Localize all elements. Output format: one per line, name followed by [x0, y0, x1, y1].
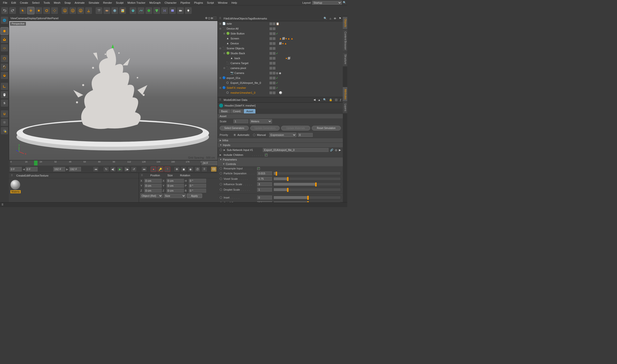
tree-row[interactable]: 📷Camera◎◉ — [218, 71, 343, 75]
timeline-playhead[interactable] — [34, 161, 38, 165]
prev-frame-button[interactable]: ◀│ — [110, 166, 116, 172]
menu-user-data[interactable]: User Data — [235, 98, 248, 101]
tree-row[interactable]: ⊞📄note📋 — [218, 21, 343, 26]
preview-start-field[interactable] — [26, 167, 38, 171]
material-preview-icon[interactable] — [10, 180, 20, 190]
apply-button[interactable]: Apply — [187, 194, 202, 198]
menu-options[interactable]: Options — [36, 17, 45, 20]
tree-row[interactable]: ⊟🔵export_01a✓ — [218, 75, 343, 80]
param-slider[interactable] — [273, 196, 341, 199]
tree-row[interactable]: ⬡mesher1/mesher1_0 — [218, 90, 343, 95]
model-mode-button[interactable] — [0, 27, 8, 35]
viewport-max-icon[interactable]: ⛶ — [213, 17, 216, 20]
param-slider[interactable] — [273, 182, 341, 186]
select-generators-button[interactable]: Select Generators — [220, 126, 249, 130]
param-value-field[interactable] — [257, 171, 272, 175]
param-slider[interactable] — [273, 177, 341, 181]
point-mode-button[interactable] — [0, 55, 8, 63]
menu-help[interactable]: Help — [230, 1, 239, 4]
poly-mode-button[interactable] — [0, 72, 8, 79]
select-tool[interactable] — [19, 7, 27, 14]
menu-character[interactable]: Character — [163, 1, 178, 4]
subnet-input-field[interactable] — [263, 148, 328, 152]
timeline[interactable]: 01624324864809611212814416017619... — [9, 160, 218, 166]
picker-icon[interactable]: ◎ — [335, 148, 337, 152]
light-button[interactable] — [185, 7, 192, 14]
menu-mode[interactable]: Mode — [224, 98, 231, 101]
parameters-section-header[interactable]: ▼Parameters — [218, 157, 343, 162]
menu-snap[interactable]: Snap — [62, 1, 73, 4]
search-icon[interactable]: 🔍 — [324, 17, 327, 20]
tab-basic[interactable]: Basic — [219, 109, 230, 113]
keymode-param-button[interactable]: Ⓟ — [194, 166, 200, 172]
up-icon[interactable]: ▲ — [318, 98, 321, 101]
goto-end-button[interactable]: ⏭ — [141, 166, 147, 172]
lock-z-button[interactable]: Z — [77, 7, 84, 14]
redo-button[interactable] — [9, 7, 16, 14]
func-icon[interactable]: ƒ — [340, 98, 341, 101]
param-value-field[interactable] — [257, 182, 272, 186]
range-end-field[interactable] — [69, 167, 81, 171]
menu-mograph[interactable]: MoGraph — [147, 1, 163, 4]
render-view-button[interactable]: 🎬 — [95, 7, 103, 14]
viewport-config-icon[interactable]: ⚙ — [205, 17, 208, 20]
tree-row[interactable]: ⊟⬛Device All — [218, 26, 343, 31]
scale-field[interactable] — [233, 119, 248, 123]
lock-y-button[interactable]: Y — [69, 7, 77, 14]
search-icon[interactable]: 🔍 — [343, 1, 346, 4]
goto-start-button[interactable]: ⏮ — [93, 166, 99, 172]
tab-structure[interactable]: Structure — [343, 52, 347, 66]
range-start-field[interactable] — [10, 167, 22, 171]
tree-row[interactable]: ⊟🔵SideFX::mesher✓ — [218, 85, 343, 90]
move-tool[interactable] — [27, 7, 35, 14]
param-value-field[interactable] — [257, 196, 272, 200]
param-slider[interactable] — [273, 201, 341, 202]
tab-content-browser[interactable]: Content Browser — [343, 30, 347, 52]
menu-view[interactable]: View — [10, 17, 16, 20]
nurbs-button[interactable] — [145, 7, 153, 14]
priority-value-field[interactable] — [298, 133, 313, 137]
globe-icon[interactable]: 🌐 — [0, 16, 8, 24]
controls-section-header[interactable]: ▼Controls — [218, 162, 343, 166]
viewport-split-icon[interactable]: ⊞ — [211, 17, 213, 20]
new-icon[interactable]: ◫ — [335, 98, 337, 101]
menu-motion-tracker[interactable]: Motion Tracker — [125, 1, 147, 4]
menu-cameras[interactable]: Cameras — [16, 17, 27, 20]
render-region-button[interactable]: 🎞️ — [103, 7, 111, 14]
record-button[interactable]: ● — [151, 166, 156, 172]
param-slider[interactable] — [273, 188, 341, 191]
coord-mode-dropdown[interactable]: Object (Rel) — [140, 194, 163, 198]
generator-button[interactable] — [153, 7, 160, 14]
current-frame-field[interactable] — [201, 161, 217, 165]
menu-script[interactable]: Script — [205, 1, 216, 4]
menu-edit[interactable]: Edit — [231, 98, 235, 101]
menu-mesh[interactable]: Mesh — [52, 1, 62, 4]
back-icon[interactable]: ◀ — [313, 98, 315, 101]
size-mode-dropdown[interactable]: Size — [164, 194, 186, 198]
param-check[interactable] — [257, 167, 260, 170]
play-button[interactable]: ▶ — [117, 166, 123, 172]
lock-icon[interactable]: 🔒 — [329, 98, 332, 101]
grid-lock-icon[interactable]: 🔒 — [0, 127, 8, 135]
arrow-icon[interactable]: ▶ — [339, 148, 341, 152]
menu-edit[interactable]: Edit — [24, 174, 29, 177]
menu-filter[interactable]: Filter — [45, 17, 51, 20]
spline-primitive-button[interactable] — [137, 7, 145, 14]
loop-button[interactable]: ↻ — [103, 166, 109, 172]
param-value-field[interactable] — [257, 188, 272, 192]
next-frame-button[interactable]: │▶ — [124, 166, 130, 172]
menu-edit[interactable]: Edit — [9, 1, 18, 4]
tree-row[interactable]: ⊟⬛camera pivot — [218, 66, 343, 71]
timeline-track[interactable]: 01624324864809611212814416017619... — [10, 161, 200, 165]
tree-row[interactable]: ▲Screen▲●▲▲ — [218, 36, 343, 41]
lock-x-button[interactable]: X — [61, 7, 69, 14]
inputs-section-header[interactable]: ▼Inputs — [218, 143, 343, 147]
keymode-rotate-button[interactable]: ◉ — [188, 166, 193, 172]
home-icon[interactable]: ⌂ — [329, 17, 331, 20]
keymode-scale-button[interactable]: ◼ — [181, 166, 187, 172]
animation-mode-button[interactable]: 🎞 — [211, 166, 217, 172]
menu-tools[interactable]: Tools — [41, 1, 52, 4]
texture-mode-button[interactable] — [0, 36, 8, 43]
menu-panel[interactable]: Panel — [52, 17, 58, 20]
keymode-move-button[interactable]: ✥ — [174, 166, 180, 172]
